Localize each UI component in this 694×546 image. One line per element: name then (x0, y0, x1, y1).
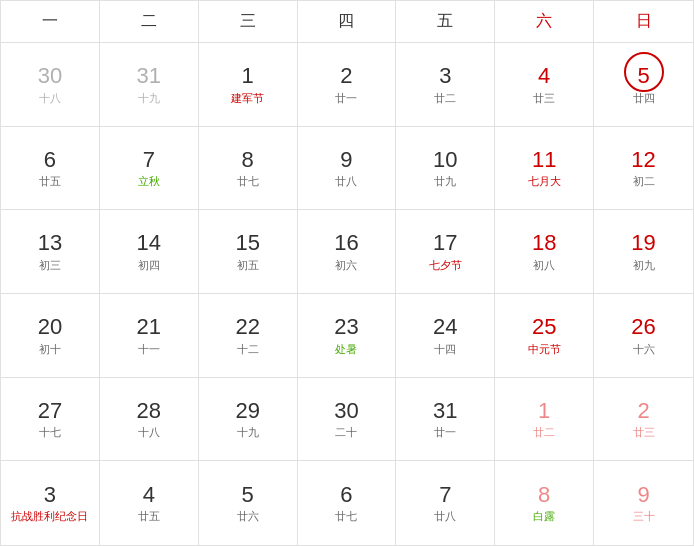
day-sub: 建军节 (231, 91, 264, 106)
day-number: 1 (242, 63, 254, 89)
calendar-cell-2-4[interactable]: 17七夕节 (396, 210, 495, 293)
calendar-row-1: 6廿五7立秋8廿七9廿八10廿九11七月大12初二 (1, 127, 693, 211)
day-number: 8 (242, 147, 254, 173)
day-number: 14 (137, 230, 161, 256)
day-sub: 中元节 (528, 342, 561, 357)
day-number: 23 (334, 314, 358, 340)
calendar-cell-4-5[interactable]: 1廿二 (495, 378, 594, 461)
calendar-cell-1-6[interactable]: 12初二 (594, 127, 693, 210)
calendar-cell-2-3[interactable]: 16初六 (298, 210, 397, 293)
day-sub: 十一 (138, 342, 160, 357)
calendar-cell-5-4[interactable]: 7廿八 (396, 461, 495, 545)
day-number: 4 (143, 482, 155, 508)
day-number: 16 (334, 230, 358, 256)
calendar-row-4: 27十七28十八29十九30二十31廿一1廿二2廿三 (1, 378, 693, 462)
day-sub: 二十 (335, 425, 357, 440)
day-sub: 廿五 (39, 174, 61, 189)
calendar-cell-1-4[interactable]: 10廿九 (396, 127, 495, 210)
calendar-cell-3-2[interactable]: 22十二 (199, 294, 298, 377)
header-day-0: 一 (1, 1, 100, 42)
header-day-5: 六 (495, 1, 594, 42)
day-sub: 廿八 (434, 509, 456, 524)
calendar-cell-1-2[interactable]: 8廿七 (199, 127, 298, 210)
day-number: 30 (334, 398, 358, 424)
calendar-cell-2-2[interactable]: 15初五 (199, 210, 298, 293)
calendar-cell-4-1[interactable]: 28十八 (100, 378, 199, 461)
calendar-cell-5-1[interactable]: 4廿五 (100, 461, 199, 545)
day-number: 24 (433, 314, 457, 340)
day-number: 19 (631, 230, 655, 256)
calendar-cell-3-5[interactable]: 25中元节 (495, 294, 594, 377)
day-sub: 廿一 (434, 425, 456, 440)
day-sub: 处暑 (335, 342, 357, 357)
day-sub: 廿七 (237, 174, 259, 189)
calendar-cell-5-2[interactable]: 5廿六 (199, 461, 298, 545)
day-number: 4 (538, 63, 550, 89)
day-number: 27 (38, 398, 62, 424)
calendar-cell-4-2[interactable]: 29十九 (199, 378, 298, 461)
header-day-3: 四 (298, 1, 397, 42)
day-sub: 廿五 (138, 509, 160, 524)
calendar-cell-5-0[interactable]: 3抗战胜利纪念日 (1, 461, 100, 545)
day-number: 22 (235, 314, 259, 340)
calendar-cell-0-2[interactable]: 1建军节 (199, 43, 298, 126)
calendar-cell-0-6[interactable]: 5廿四 (594, 43, 693, 126)
day-sub: 初三 (39, 258, 61, 273)
day-number: 9 (340, 147, 352, 173)
day-sub: 初五 (237, 258, 259, 273)
day-number: 31 (433, 398, 457, 424)
day-number: 6 (44, 147, 56, 173)
day-sub: 三十 (633, 509, 655, 524)
calendar-cell-1-1[interactable]: 7立秋 (100, 127, 199, 210)
calendar-cell-3-4[interactable]: 24十四 (396, 294, 495, 377)
calendar-cell-1-3[interactable]: 9廿八 (298, 127, 397, 210)
day-number: 5 (242, 482, 254, 508)
calendar-cell-0-4[interactable]: 3廿二 (396, 43, 495, 126)
day-sub: 廿四 (633, 91, 655, 106)
day-sub: 廿七 (335, 509, 357, 524)
day-sub: 初八 (533, 258, 555, 273)
day-number: 20 (38, 314, 62, 340)
calendar-cell-4-4[interactable]: 31廿一 (396, 378, 495, 461)
calendar-cell-1-0[interactable]: 6廿五 (1, 127, 100, 210)
calendar-cell-0-3[interactable]: 2廿一 (298, 43, 397, 126)
day-number: 26 (631, 314, 655, 340)
calendar-cell-2-5[interactable]: 18初八 (495, 210, 594, 293)
day-sub: 廿二 (434, 91, 456, 106)
header-day-2: 三 (199, 1, 298, 42)
day-number: 6 (340, 482, 352, 508)
calendar-cell-3-3[interactable]: 23处暑 (298, 294, 397, 377)
day-sub: 廿六 (237, 509, 259, 524)
calendar-cell-4-3[interactable]: 30二十 (298, 378, 397, 461)
calendar-cell-1-5[interactable]: 11七月大 (495, 127, 594, 210)
day-number: 7 (439, 482, 451, 508)
calendar-cell-3-6[interactable]: 26十六 (594, 294, 693, 377)
calendar-cell-5-5[interactable]: 8白露 (495, 461, 594, 545)
calendar-cell-4-6[interactable]: 2廿三 (594, 378, 693, 461)
day-number: 8 (538, 482, 550, 508)
calendar-cell-5-6[interactable]: 9三十 (594, 461, 693, 545)
day-number: 9 (637, 482, 649, 508)
calendar-cell-0-5[interactable]: 4廿三 (495, 43, 594, 126)
calendar-cell-3-0[interactable]: 20初十 (1, 294, 100, 377)
day-number: 18 (532, 230, 556, 256)
day-sub: 白露 (533, 509, 555, 524)
calendar-row-3: 20初十21十一22十二23处暑24十四25中元节26十六 (1, 294, 693, 378)
day-sub: 十四 (434, 342, 456, 357)
calendar-cell-3-1[interactable]: 21十一 (100, 294, 199, 377)
calendar-cell-4-0[interactable]: 27十七 (1, 378, 100, 461)
calendar-cell-2-0[interactable]: 13初三 (1, 210, 100, 293)
day-sub: 十八 (138, 425, 160, 440)
day-number: 13 (38, 230, 62, 256)
day-sub: 抗战胜利纪念日 (11, 509, 88, 524)
calendar-cell-5-3[interactable]: 6廿七 (298, 461, 397, 545)
day-number: 31 (137, 63, 161, 89)
calendar-cell-0-0[interactable]: 30十八 (1, 43, 100, 126)
day-number: 15 (235, 230, 259, 256)
day-number: 7 (143, 147, 155, 173)
day-number: 25 (532, 314, 556, 340)
calendar-cell-2-1[interactable]: 14初四 (100, 210, 199, 293)
calendar-cell-2-6[interactable]: 19初九 (594, 210, 693, 293)
day-number: 21 (137, 314, 161, 340)
calendar-cell-0-1[interactable]: 31十九 (100, 43, 199, 126)
